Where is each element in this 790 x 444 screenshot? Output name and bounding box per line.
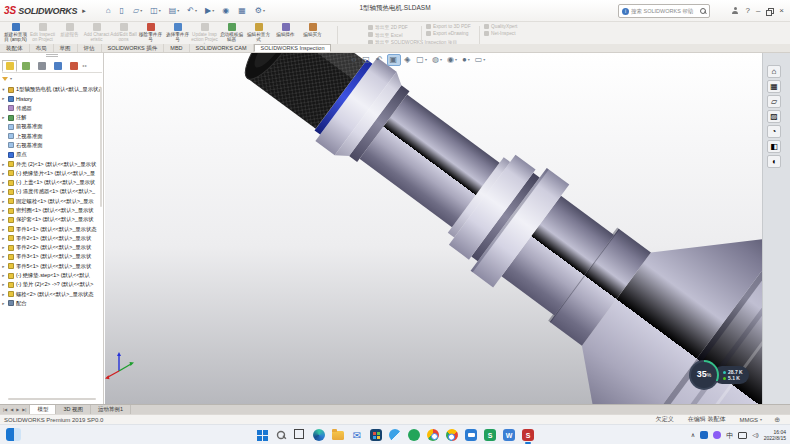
- commandmanager-tab[interactable]: MBD: [164, 44, 189, 52]
- expand-arrow-icon[interactable]: ▸: [1, 189, 6, 194]
- taskbar-clock[interactable]: 16:04 2022/8/15: [764, 429, 786, 441]
- task-pane-tab[interactable]: ◖: [767, 155, 781, 168]
- wps-s-button[interactable]: S: [483, 428, 497, 442]
- tree-item[interactable]: 传感器: [1, 104, 101, 113]
- view-tool-button[interactable]: ▣: [387, 54, 401, 66]
- commandmanager-tab[interactable]: 评估: [78, 44, 102, 52]
- view-tool-button[interactable]: ○: [350, 55, 359, 65]
- ribbon-button[interactable]: Edit Inspection Project: [29, 22, 56, 44]
- edge-button[interactable]: [312, 428, 326, 442]
- ribbon-button[interactable]: 编辑检查方式: [245, 22, 272, 44]
- sheet-nav-arrow-icon[interactable]: ▶|: [21, 407, 27, 412]
- search-icon[interactable]: [700, 8, 706, 14]
- file-explorer-button[interactable]: [331, 428, 345, 442]
- tree-item[interactable]: ▸ 零件3<1> (默认<<默认>_显示状: [1, 252, 101, 261]
- sheet-nav-arrow-icon[interactable]: ◀: [9, 407, 14, 412]
- qat-button[interactable]: ▶▾: [203, 6, 216, 16]
- menu-flyout-icon[interactable]: ▸: [82, 7, 86, 15]
- start-button[interactable]: [255, 428, 269, 442]
- tree-item[interactable]: ▸ 零件2<2> (默认<<默认>_显示状: [1, 243, 101, 252]
- expand-arrow-icon[interactable]: ▸: [1, 282, 6, 287]
- user-account-icon[interactable]: [731, 7, 739, 15]
- task-view-button[interactable]: [293, 428, 307, 442]
- commandmanager-tab[interactable]: 草图: [54, 44, 78, 52]
- tree-item[interactable]: ▸ 外壳 (2)<1> (默认<<默认>_显示状: [1, 159, 101, 168]
- manager-tab[interactable]: [34, 60, 49, 72]
- qat-button[interactable]: ⌂: [104, 6, 114, 16]
- task-pane-tab[interactable]: ⌂: [767, 65, 781, 78]
- minimize-button[interactable]: –: [756, 7, 760, 15]
- expand-arrow-icon[interactable]: ▸: [1, 264, 6, 269]
- task-pane-tab[interactable]: ◔: [767, 125, 781, 138]
- commandmanager-tab[interactable]: SOLIDWORKS Inspection: [254, 44, 332, 52]
- store-button[interactable]: [369, 428, 383, 442]
- expand-arrow-icon[interactable]: ▸: [1, 245, 6, 250]
- task-pane-tab[interactable]: ▱: [767, 95, 781, 108]
- cast-monitor-icon[interactable]: [738, 432, 747, 439]
- task-pane-tab[interactable]: ◧: [767, 140, 781, 153]
- tree-item[interactable]: ▸ 零件2<1> (默认<<默认>_显示状: [1, 234, 101, 243]
- ime-indicator[interactable]: 中: [726, 432, 733, 439]
- ribbon-button[interactable]: 移除零件序号: [137, 22, 164, 44]
- ribbon-button[interactable]: 编辑操作: [272, 22, 299, 44]
- tree-vertical-scrollbar[interactable]: [100, 87, 102, 207]
- view-tool-button[interactable]: ↶: [374, 55, 385, 65]
- tree-item[interactable]: ▸ 零件5<1> (默认<<默认>_显示状: [1, 262, 101, 271]
- expand-arrow-icon[interactable]: ▸: [1, 254, 6, 259]
- tree-item[interactable]: ▸ (-) 绝缘垫片<1> (默认<<默认>_显: [1, 169, 101, 178]
- volume-icon[interactable]: ◁): [752, 432, 759, 438]
- filter-funnel-icon[interactable]: [2, 77, 8, 81]
- tree-item[interactable]: ▸ 固定螺栓<1> (默认<<默认>_显示: [1, 197, 101, 206]
- expand-arrow-icon[interactable]: ▸: [1, 227, 6, 232]
- ribbon-button[interactable]: 编辑买方: [299, 22, 326, 44]
- tree-item[interactable]: ▸ (-) 温度传感器<1> (默认<<默认>_: [1, 187, 101, 196]
- view-tool-button[interactable]: ◉▾: [445, 55, 458, 65]
- qat-button[interactable]: ⚙▾: [253, 6, 267, 16]
- expand-arrow-icon[interactable]: ▸: [1, 171, 6, 176]
- commandmanager-tab[interactable]: 装配体: [0, 44, 30, 52]
- view-tool-button[interactable]: ◱: [361, 55, 373, 65]
- ribbon-button[interactable]: 新建检查项目 (amp;N): [2, 22, 29, 44]
- sheet-tab[interactable]: 模型: [30, 405, 56, 414]
- status-item[interactable]: 欠定义: [656, 415, 676, 424]
- defender-tray-icon[interactable]: [700, 431, 708, 439]
- view-tool-button[interactable]: ▢▾: [415, 55, 429, 65]
- ribbon-button[interactable]: 新建报告: [56, 22, 83, 44]
- ribbon-button[interactable]: Update Inspection Project: [191, 22, 218, 44]
- cloud-app-button[interactable]: [388, 428, 402, 442]
- search-help-box[interactable]: i 搜索 SOLIDWORKS 帮助: [618, 4, 710, 18]
- manager-tab[interactable]: [2, 60, 17, 72]
- tree-item[interactable]: ▸ (-) 绝缘垫.step<1> (默认<<默认: [1, 271, 101, 280]
- tree-item[interactable]: 上视基准面: [1, 131, 101, 140]
- commandmanager-tab[interactable]: SOLIDWORKS CAM: [190, 44, 254, 52]
- expand-arrow-icon[interactable]: ▸: [1, 217, 6, 222]
- view-tool-button[interactable]: ▭▾: [473, 55, 487, 65]
- view-tool-button[interactable]: ●▾: [460, 55, 471, 65]
- qat-button[interactable]: ◉: [220, 6, 232, 16]
- tree-item[interactable]: ▸ 零件1<1> (默认<<默认>_显示状态: [1, 224, 101, 233]
- manager-tab[interactable]: [66, 60, 81, 72]
- qat-button[interactable]: ◫▾: [148, 6, 163, 16]
- expand-arrow-icon[interactable]: ▸: [1, 162, 6, 167]
- commandmanager-tab[interactable]: SOLIDWORKS 插件: [102, 44, 165, 52]
- ribbon-button[interactable]: Add/Edit Balloons: [110, 22, 137, 44]
- tab-scroll-arrows-icon[interactable]: ◂ ▸: [82, 63, 87, 68]
- qat-button[interactable]: ▱▾: [131, 6, 144, 16]
- expand-arrow-icon[interactable]: ▸: [1, 273, 6, 278]
- qat-button[interactable]: ↶▾: [185, 6, 199, 16]
- commandmanager-tab[interactable]: 布局: [30, 44, 54, 52]
- qat-button[interactable]: ▦: [236, 6, 249, 16]
- restore-button[interactable]: [766, 8, 773, 15]
- tree-item[interactable]: ▸ 保护套<1> (默认<<默认>_显示状: [1, 215, 101, 224]
- sheet-nav-arrow-icon[interactable]: |◀: [2, 407, 8, 412]
- tree-item[interactable]: ▸ 注解: [1, 113, 101, 122]
- close-button[interactable]: ×: [779, 7, 784, 15]
- green-browser-button[interactable]: [407, 428, 421, 442]
- expand-arrow-icon[interactable]: ▸: [1, 96, 6, 101]
- ribbon-button[interactable]: 启动模板编辑器: [218, 22, 245, 44]
- tree-item[interactable]: 前视基准面: [1, 122, 101, 131]
- ribbon-button[interactable]: 选择零件序号: [164, 22, 191, 44]
- status-item[interactable]: 在编辑 装配体: [688, 415, 728, 424]
- tray-chevron-icon[interactable]: ∧: [691, 432, 695, 438]
- tree-horizontal-scrollbar[interactable]: [8, 398, 96, 400]
